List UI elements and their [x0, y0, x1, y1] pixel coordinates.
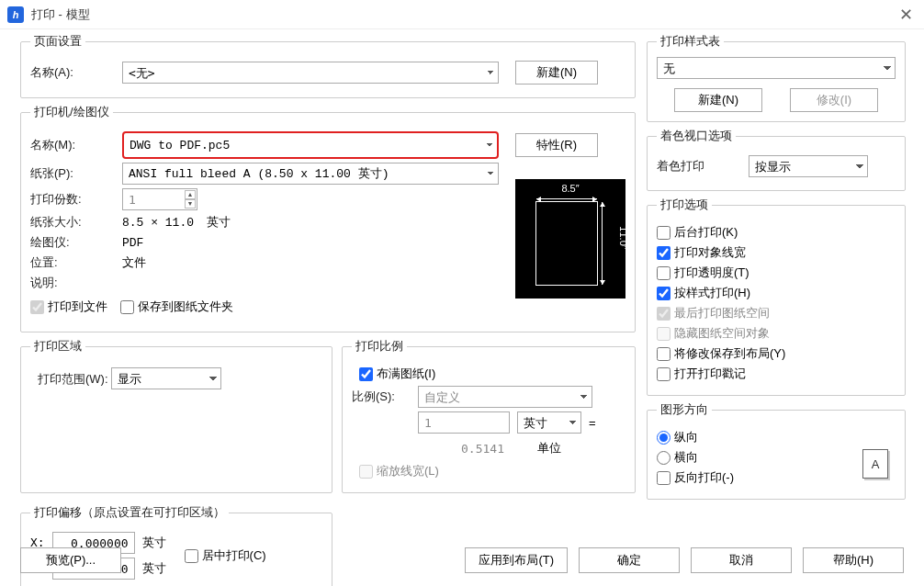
opt-paperspace-last-check — [657, 307, 670, 321]
shaded-viewport-group: 着色视口选项 着色打印 按显示 — [647, 128, 906, 191]
app-icon: h — [7, 6, 24, 23]
fit-paper-check[interactable] — [359, 367, 373, 381]
page-setup-group: 页面设置 名称(A): <无> 新建(N) — [20, 33, 636, 98]
style-edit-button: 修改(I) — [790, 88, 878, 112]
scale-label: 比例(S): — [352, 389, 418, 405]
printer-group: 打印机/绘图仪 名称(M): DWG to PDF.pc5 特性(R) 纸张(P… — [20, 104, 636, 332]
scale-top-input[interactable] — [418, 411, 510, 434]
orient-reverse-check[interactable] — [657, 471, 670, 485]
print-area-legend: 打印区域 — [30, 338, 85, 355]
opt-transparency-check[interactable] — [657, 266, 670, 280]
papersize-unit: 英寸 — [207, 214, 231, 231]
orientation-group: 图形方向 纵向 横向 反向打印(-) A — [647, 401, 906, 500]
opt-paperspace-last-label: 最后打印图纸空间 — [674, 305, 770, 321]
page-setup-legend: 页面设置 — [30, 33, 85, 50]
preview-dim-right: 11.0″ — [617, 226, 628, 249]
style-table-select[interactable]: 无 — [657, 57, 896, 79]
location-value: 文件 — [122, 254, 146, 271]
opt-background-label: 后台打印(K) — [674, 224, 738, 241]
scale-equals: = — [589, 416, 596, 430]
shaded-label: 着色打印 — [657, 158, 749, 175]
shaded-select[interactable]: 按显示 — [749, 155, 868, 177]
page-name-select[interactable]: <无> — [122, 62, 499, 84]
opt-stamp-label: 打开打印戳记 — [674, 366, 746, 382]
preview-button[interactable]: 预览(P)... — [20, 547, 121, 573]
page-name-label: 名称(A): — [30, 64, 122, 81]
save-to-sheet-label: 保存到图纸文件夹 — [138, 299, 233, 315]
plotter-value: PDF — [122, 236, 143, 250]
copies-spinner[interactable]: ▲▼ — [185, 190, 196, 208]
orient-landscape-radio[interactable] — [657, 451, 670, 465]
style-table-legend: 打印样式表 — [657, 33, 724, 50]
print-area-group: 打印区域 打印范围(W): 显示 — [20, 338, 332, 493]
printer-name-select[interactable]: DWG to PDF.pc5 — [122, 131, 499, 159]
scale-lineweight-label: 缩放线宽(L) — [377, 463, 439, 479]
orient-reverse-label: 反向打印(-) — [674, 469, 734, 486]
orientation-icon: A — [862, 449, 888, 479]
shaded-viewport-legend: 着色视口选项 — [657, 128, 736, 144]
opt-transparency-label: 打印透明度(T) — [674, 265, 749, 281]
print-offset-group: 打印偏移（原点设置在可打印区域） X: 英寸 Y: 英寸 — [20, 504, 332, 586]
location-label: 位置: — [30, 254, 122, 271]
opt-lineweight-label: 打印对象线宽 — [674, 244, 746, 261]
opt-hide-paperspace-check — [657, 327, 670, 341]
opt-hide-paperspace-label: 隐藏图纸空间对象 — [674, 325, 770, 342]
print-to-file-label: 打印到文件 — [48, 299, 107, 315]
scale-select[interactable]: 自定义 — [418, 386, 592, 408]
opt-save-layout-check[interactable] — [657, 347, 670, 361]
papersize-value: 8.5 × 11.0 — [122, 216, 194, 230]
apply-layout-button[interactable]: 应用到布局(T) — [465, 547, 568, 573]
opt-stamp-check[interactable] — [657, 367, 670, 381]
titlebar: h 打印 - 模型 ✕ — [0, 0, 924, 29]
copies-label: 打印份数: — [30, 191, 122, 208]
print-offset-legend: 打印偏移（原点设置在可打印区域） — [30, 504, 229, 521]
print-range-select[interactable]: 显示 — [111, 367, 221, 389]
opt-bystyle-check[interactable] — [657, 287, 670, 300]
help-button[interactable]: 帮助(H) — [803, 547, 904, 573]
paper-label: 纸张(P): — [30, 165, 122, 182]
opt-save-layout-label: 将修改保存到布局(Y) — [674, 345, 785, 362]
print-dialog: h 打印 - 模型 ✕ 页面设置 名称(A): <无> 新建(N) 打印机/绘图… — [0, 0, 924, 586]
window-title: 打印 - 模型 — [31, 6, 895, 23]
scale-bottom-unit: 单位 — [517, 440, 581, 456]
fit-paper-label: 布满图纸(I) — [377, 366, 435, 382]
print-options-legend: 打印选项 — [657, 197, 712, 213]
print-options-group: 打印选项 后台打印(K) 打印对象线宽 打印透明度(T) 按样式打印(H) 最后… — [647, 197, 906, 396]
print-scale-group: 打印比例 布满图纸(I) 比例(S): 自定义 英寸 = 单位 — [342, 338, 636, 493]
orient-landscape-label: 横向 — [674, 449, 698, 466]
orient-portrait-radio[interactable] — [657, 431, 670, 445]
style-table-group: 打印样式表 无 新建(N) 修改(I) — [647, 33, 906, 122]
opt-bystyle-label: 按样式打印(H) — [674, 285, 750, 301]
save-to-sheet-check[interactable] — [120, 300, 134, 314]
cancel-button[interactable]: 取消 — [691, 547, 792, 573]
scale-bottom-value — [418, 437, 510, 459]
paper-preview: 8.5″ 11.0″ — [515, 179, 625, 299]
print-range-label: 打印范围(W): — [38, 371, 108, 388]
orient-portrait-label: 纵向 — [674, 429, 698, 445]
papersize-label: 纸张大小: — [30, 214, 122, 231]
print-scale-legend: 打印比例 — [352, 338, 407, 355]
style-new-button[interactable]: 新建(N) — [674, 88, 762, 112]
opt-lineweight-check[interactable] — [657, 246, 670, 260]
print-to-file-check — [30, 300, 44, 314]
printer-name-label: 名称(M): — [30, 137, 122, 153]
scale-top-unit[interactable]: 英寸 — [517, 411, 581, 434]
preview-dim-top: 8.5″ — [526, 183, 614, 194]
opt-background-check[interactable] — [657, 226, 670, 240]
orientation-legend: 图形方向 — [657, 401, 712, 418]
ok-button[interactable]: 确定 — [579, 547, 680, 573]
printer-properties-button[interactable]: 特性(R) — [515, 133, 598, 157]
printer-legend: 打印机/绘图仪 — [30, 104, 113, 120]
close-icon[interactable]: ✕ — [895, 4, 917, 26]
paper-select[interactable]: ANSI full bleed A (8.50 x 11.00 英寸) — [122, 163, 499, 185]
page-new-button[interactable]: 新建(N) — [515, 61, 598, 85]
desc-label: 说明: — [30, 275, 122, 291]
plotter-label: 绘图仪: — [30, 234, 122, 251]
scale-lineweight-check — [359, 465, 373, 479]
